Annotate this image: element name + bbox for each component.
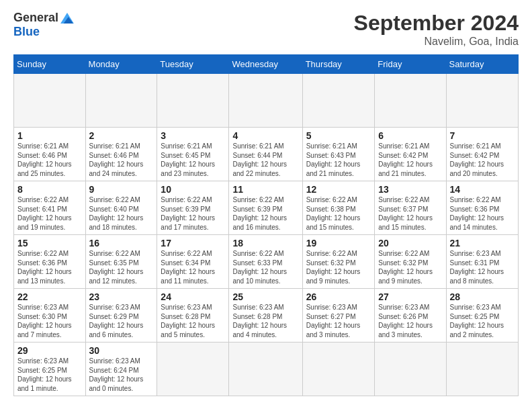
calendar-day-cell: 23 Sunrise: 6:23 AM Sunset: 6:29 PM Dayl… xyxy=(85,289,157,342)
day-info: Sunrise: 6:22 AM Sunset: 6:33 PM Dayligh… xyxy=(232,249,298,285)
day-info: Sunrise: 6:23 AM Sunset: 6:29 PM Dayligh… xyxy=(89,303,154,339)
day-number: 27 xyxy=(378,291,442,302)
calendar-day-cell: 15 Sunrise: 6:22 AM Sunset: 6:36 PM Dayl… xyxy=(14,235,86,289)
calendar-day-cell: 16 Sunrise: 6:22 AM Sunset: 6:35 PM Dayl… xyxy=(85,235,157,289)
day-info: Sunrise: 6:22 AM Sunset: 6:39 PM Dayligh… xyxy=(232,195,298,232)
day-info: Sunrise: 6:21 AM Sunset: 6:42 PM Dayligh… xyxy=(450,142,515,178)
calendar-day-cell xyxy=(302,74,375,128)
calendar-header-row: Sunday Monday Tuesday Wednesday Thursday… xyxy=(14,55,519,74)
calendar-day-cell xyxy=(157,342,229,396)
day-number: 6 xyxy=(378,130,442,141)
day-number: 11 xyxy=(232,184,298,195)
calendar-day-cell: 6 Sunrise: 6:21 AM Sunset: 6:42 PM Dayli… xyxy=(375,128,446,181)
day-number: 18 xyxy=(232,238,298,248)
calendar-day-cell: 21 Sunrise: 6:23 AM Sunset: 6:31 PM Dayl… xyxy=(446,235,518,289)
day-number: 2 xyxy=(89,130,154,141)
day-info: Sunrise: 6:22 AM Sunset: 6:40 PM Dayligh… xyxy=(89,195,154,232)
day-number: 24 xyxy=(161,291,225,302)
day-number: 17 xyxy=(161,238,225,248)
calendar-day-cell: 11 Sunrise: 6:22 AM Sunset: 6:39 PM Dayl… xyxy=(229,181,302,235)
calendar-day-cell: 25 Sunrise: 6:23 AM Sunset: 6:28 PM Dayl… xyxy=(229,289,302,342)
calendar-week-row: 15 Sunrise: 6:22 AM Sunset: 6:36 PM Dayl… xyxy=(14,235,519,289)
col-sunday: Sunday xyxy=(14,55,86,74)
calendar-day-cell: 10 Sunrise: 6:22 AM Sunset: 6:39 PM Dayl… xyxy=(157,181,229,235)
page-container: General Blue September 2024 Navelim, Goa… xyxy=(0,0,532,403)
calendar-day-cell: 19 Sunrise: 6:22 AM Sunset: 6:32 PM Dayl… xyxy=(302,235,375,289)
day-info: Sunrise: 6:22 AM Sunset: 6:36 PM Dayligh… xyxy=(450,195,515,232)
day-info: Sunrise: 6:22 AM Sunset: 6:35 PM Dayligh… xyxy=(89,249,154,285)
calendar-day-cell: 13 Sunrise: 6:22 AM Sunset: 6:37 PM Dayl… xyxy=(375,181,446,235)
day-number: 15 xyxy=(17,238,82,248)
day-number: 1 xyxy=(17,130,82,141)
day-number: 23 xyxy=(89,291,154,302)
day-number: 5 xyxy=(306,130,371,141)
day-info: Sunrise: 6:23 AM Sunset: 6:25 PM Dayligh… xyxy=(450,303,515,339)
day-info: Sunrise: 6:23 AM Sunset: 6:27 PM Dayligh… xyxy=(306,303,371,339)
day-number: 14 xyxy=(450,184,515,195)
day-info: Sunrise: 6:23 AM Sunset: 6:30 PM Dayligh… xyxy=(17,303,82,339)
col-saturday: Saturday xyxy=(446,55,518,74)
day-number: 7 xyxy=(450,130,515,141)
day-info: Sunrise: 6:21 AM Sunset: 6:46 PM Dayligh… xyxy=(89,142,154,178)
day-info: Sunrise: 6:21 AM Sunset: 6:44 PM Dayligh… xyxy=(232,142,298,178)
day-info: Sunrise: 6:22 AM Sunset: 6:38 PM Dayligh… xyxy=(306,195,371,232)
col-thursday: Thursday xyxy=(302,55,375,74)
day-number: 28 xyxy=(450,291,515,302)
day-info: Sunrise: 6:23 AM Sunset: 6:24 PM Dayligh… xyxy=(89,357,154,393)
calendar-day-cell: 9 Sunrise: 6:22 AM Sunset: 6:40 PM Dayli… xyxy=(85,181,157,235)
day-number: 16 xyxy=(89,238,154,248)
calendar-week-row: 29 Sunrise: 6:23 AM Sunset: 6:25 PM Dayl… xyxy=(14,342,519,396)
calendar-day-cell xyxy=(446,342,518,396)
day-info: Sunrise: 6:23 AM Sunset: 6:26 PM Dayligh… xyxy=(378,303,442,339)
calendar-week-row: 1 Sunrise: 6:21 AM Sunset: 6:46 PM Dayli… xyxy=(14,128,519,181)
calendar-day-cell: 12 Sunrise: 6:22 AM Sunset: 6:38 PM Dayl… xyxy=(302,181,375,235)
calendar-day-cell: 2 Sunrise: 6:21 AM Sunset: 6:46 PM Dayli… xyxy=(85,128,157,181)
day-number: 21 xyxy=(450,238,515,248)
calendar-day-cell: 30 Sunrise: 6:23 AM Sunset: 6:24 PM Dayl… xyxy=(85,342,157,396)
calendar-week-row: 22 Sunrise: 6:23 AM Sunset: 6:30 PM Dayl… xyxy=(14,289,519,342)
calendar-day-cell xyxy=(375,342,446,396)
calendar-day-cell: 20 Sunrise: 6:22 AM Sunset: 6:32 PM Dayl… xyxy=(375,235,446,289)
day-number: 20 xyxy=(378,238,442,248)
calendar-day-cell: 4 Sunrise: 6:21 AM Sunset: 6:44 PM Dayli… xyxy=(229,128,302,181)
day-number: 10 xyxy=(161,184,225,195)
calendar-day-cell: 24 Sunrise: 6:23 AM Sunset: 6:28 PM Dayl… xyxy=(157,289,229,342)
col-monday: Monday xyxy=(85,55,157,74)
day-info: Sunrise: 6:23 AM Sunset: 6:31 PM Dayligh… xyxy=(450,249,515,285)
calendar-day-cell xyxy=(375,74,446,128)
day-number: 30 xyxy=(89,345,154,356)
location: Navelim, Goa, India xyxy=(354,36,519,48)
day-number: 29 xyxy=(17,345,82,356)
day-number: 25 xyxy=(232,291,298,302)
calendar-day-cell: 7 Sunrise: 6:21 AM Sunset: 6:42 PM Dayli… xyxy=(446,128,518,181)
calendar-day-cell xyxy=(446,74,518,128)
day-info: Sunrise: 6:21 AM Sunset: 6:43 PM Dayligh… xyxy=(306,142,371,178)
calendar-table: Sunday Monday Tuesday Wednesday Thursday… xyxy=(13,54,519,396)
day-info: Sunrise: 6:22 AM Sunset: 6:37 PM Dayligh… xyxy=(378,195,442,232)
day-number: 26 xyxy=(306,291,371,302)
calendar-day-cell xyxy=(229,74,302,128)
day-info: Sunrise: 6:23 AM Sunset: 6:28 PM Dayligh… xyxy=(161,303,225,339)
calendar-day-cell xyxy=(302,342,375,396)
calendar-week-row xyxy=(14,74,519,128)
day-number: 3 xyxy=(161,130,225,141)
calendar-day-cell xyxy=(85,74,157,128)
calendar-day-cell: 14 Sunrise: 6:22 AM Sunset: 6:36 PM Dayl… xyxy=(446,181,518,235)
header: General Blue September 2024 Navelim, Goa… xyxy=(13,11,519,48)
calendar-day-cell: 8 Sunrise: 6:22 AM Sunset: 6:41 PM Dayli… xyxy=(14,181,86,235)
calendar-day-cell: 3 Sunrise: 6:21 AM Sunset: 6:45 PM Dayli… xyxy=(157,128,229,181)
calendar-day-cell: 1 Sunrise: 6:21 AM Sunset: 6:46 PM Dayli… xyxy=(14,128,86,181)
day-number: 22 xyxy=(17,291,82,302)
calendar-day-cell: 28 Sunrise: 6:23 AM Sunset: 6:25 PM Dayl… xyxy=(446,289,518,342)
day-info: Sunrise: 6:21 AM Sunset: 6:42 PM Dayligh… xyxy=(378,142,442,178)
day-info: Sunrise: 6:22 AM Sunset: 6:36 PM Dayligh… xyxy=(17,249,82,285)
day-number: 12 xyxy=(306,184,371,195)
day-info: Sunrise: 6:22 AM Sunset: 6:34 PM Dayligh… xyxy=(161,249,225,285)
day-info: Sunrise: 6:23 AM Sunset: 6:28 PM Dayligh… xyxy=(232,303,298,339)
calendar-day-cell: 26 Sunrise: 6:23 AM Sunset: 6:27 PM Dayl… xyxy=(302,289,375,342)
day-number: 9 xyxy=(89,184,154,195)
day-number: 13 xyxy=(378,184,442,195)
day-info: Sunrise: 6:22 AM Sunset: 6:32 PM Dayligh… xyxy=(306,249,371,285)
col-tuesday: Tuesday xyxy=(157,55,229,74)
day-info: Sunrise: 6:22 AM Sunset: 6:32 PM Dayligh… xyxy=(378,249,442,285)
